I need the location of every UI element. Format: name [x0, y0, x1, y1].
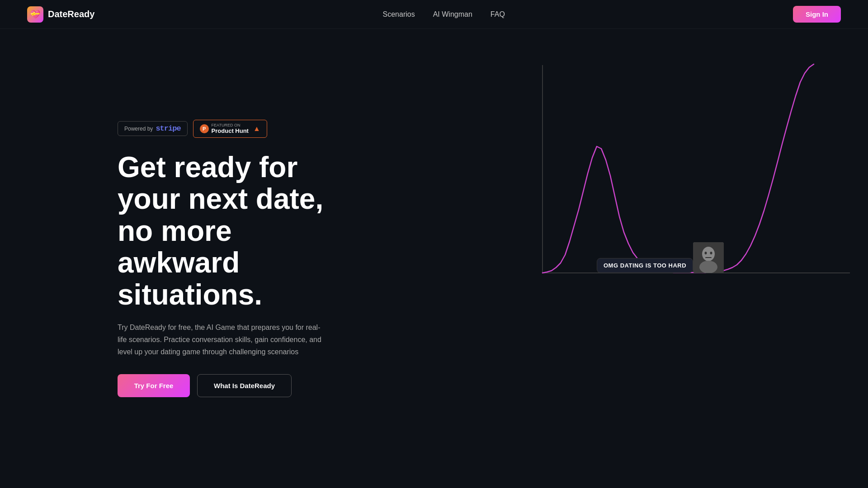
svg-point-6 — [710, 252, 712, 254]
annotation-text: OMG DATING IS TOO HARD — [597, 258, 693, 273]
hero-title: Get ready for your next date, no more aw… — [118, 151, 344, 310]
what-is-dateready-button[interactable]: What Is DateReady — [197, 374, 292, 397]
sign-in-button[interactable]: Sign In — [793, 6, 841, 23]
svg-point-3 — [702, 247, 715, 261]
stripe-logo: stripe — [156, 124, 180, 133]
ph-label-main: Product Hunt — [212, 127, 249, 135]
ph-icon: P — [200, 124, 209, 133]
try-for-free-button[interactable]: Try For Free — [118, 374, 190, 397]
hero-content: Powered by stripe P Featured on Product … — [118, 120, 344, 398]
svg-point-5 — [705, 252, 707, 254]
nav-link-faq[interactable]: FAQ — [491, 10, 505, 19]
svg-point-4 — [699, 261, 717, 273]
badge-row: Powered by stripe P Featured on Product … — [118, 120, 344, 138]
chart-area: OMG DATING IS TOO HARD — [497, 52, 868, 300]
logo-icon: 💝 — [27, 6, 43, 23]
logo-text: DateReady — [48, 9, 94, 19]
logo[interactable]: 💝 DateReady — [27, 6, 94, 23]
navbar: 💝 DateReady Scenarios AI Wingman FAQ Sig… — [0, 0, 868, 29]
ph-label: Featured on Product Hunt — [212, 123, 249, 135]
nav-link-ai-wingman[interactable]: AI Wingman — [433, 10, 472, 19]
chart-annotation: OMG DATING IS TOO HARD — [597, 242, 724, 273]
ph-rating-icon: ▲ — [253, 125, 260, 133]
nav-links: Scenarios AI Wingman FAQ — [383, 10, 505, 19]
annotation-avatar — [693, 242, 724, 273]
stripe-badge-prefix: Powered by — [124, 126, 153, 132]
hero-subtitle: Try DateReady for free, the AI Game that… — [118, 321, 326, 358]
nav-link-scenarios[interactable]: Scenarios — [383, 10, 415, 19]
stripe-badge: Powered by stripe — [118, 121, 188, 136]
hero-section: Powered by stripe P Featured on Product … — [0, 29, 868, 488]
hero-buttons: Try For Free What Is DateReady — [118, 374, 344, 397]
ph-label-top: Featured on — [212, 123, 249, 128]
product-hunt-badge: P Featured on Product Hunt ▲ — [193, 120, 267, 138]
